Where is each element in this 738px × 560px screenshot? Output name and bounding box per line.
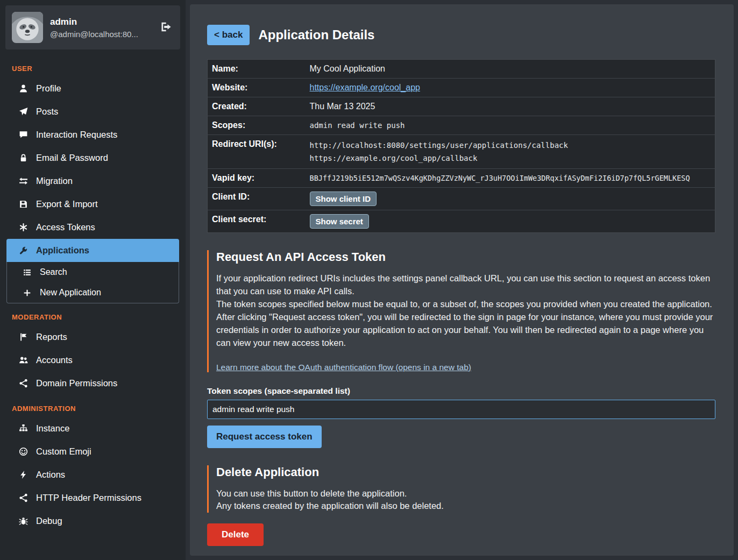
page-title: Application Details [258, 27, 374, 42]
delete-button[interactable]: Delete [207, 523, 264, 546]
sidebar-item-debug[interactable]: Debug [0, 509, 186, 533]
request-access-token-button[interactable]: Request access token [207, 426, 322, 448]
table-row-client-id: Client ID: Show client ID [208, 188, 715, 210]
sidebar-item-profile[interactable]: Profile [0, 77, 186, 100]
sidebar-item-label: Custom Emoji [36, 446, 91, 457]
sidebar-item-label: Applications [36, 245, 89, 256]
row-label: Client secret: [208, 210, 309, 233]
sidebar-item-label: Export & Import [36, 199, 98, 209]
row-label: Name: [208, 60, 309, 79]
token-scopes-form: Token scopes (space-separated list) Requ… [207, 386, 715, 448]
sidebar-item-label: Access Tokens [36, 222, 95, 232]
user-name: admin [50, 17, 138, 27]
logout-icon [160, 21, 172, 34]
share-nodes-icon [18, 493, 29, 502]
back-button[interactable]: < back [207, 25, 250, 45]
sidebar-item-label: Profile [36, 83, 61, 94]
sidebar-item-migration[interactable]: Migration [0, 169, 186, 193]
user-handle: @admin@localhost:80... [50, 30, 138, 39]
token-scopes-label: Token scopes (space-separated list) [207, 386, 715, 396]
sidebar-item-label: HTTP Header Permissions [36, 493, 141, 503]
oauth-docs-link[interactable]: Learn more about the OAuth authenticatio… [216, 363, 471, 372]
sidebar-item-instance[interactable]: Instance [0, 417, 186, 440]
floppy-disk-icon [18, 200, 29, 209]
bolt-icon [18, 470, 29, 479]
access-token-intro: Request An API Access Token If your appl… [207, 250, 715, 372]
sidebar-item-accounts[interactable]: Accounts [0, 349, 186, 372]
sidebar-item-applications[interactable]: Applications [6, 239, 179, 262]
sidebar-item-access-tokens[interactable]: Access Tokens [0, 216, 186, 239]
avatar [12, 12, 43, 43]
sidebar-item-domain-permissions[interactable]: Domain Permissions [0, 372, 186, 395]
sidebar-item-label: Migration [36, 176, 73, 186]
main-panel: < back Application Details Name: My Cool… [190, 4, 734, 556]
delete-line-2: Any tokens created by the application wi… [216, 500, 715, 513]
table-row-created: Created: Thu Mar 13 2025 [208, 97, 715, 116]
plus-icon [22, 288, 32, 297]
main-area: < back Application Details Name: My Cool… [186, 0, 738, 560]
row-label: Scopes: [208, 116, 309, 135]
delete-application-intro: Delete Application You can use this butt… [207, 465, 715, 513]
access-token-para-3: After clicking "Request access token", y… [216, 311, 715, 350]
list-icon [22, 268, 32, 277]
sidebar-item-posts[interactable]: Posts [0, 100, 186, 123]
delete-line-1: You can use this button to delete the ap… [216, 487, 715, 500]
sidebar-item-custom-emoji[interactable]: Custom Emoji [0, 440, 186, 463]
lock-icon [18, 153, 29, 162]
sidebar-item-export-import[interactable]: Export & Import [0, 193, 186, 216]
vapid-key-value: BBJffJ219b5iE512m7wQSzv4KgKDhgZZVzNyWC_r… [310, 174, 690, 182]
flag-icon [18, 332, 29, 342]
sidebar-item-interaction-requests[interactable]: Interaction Requests [0, 123, 186, 146]
page-header: < back Application Details [207, 25, 715, 45]
access-token-para-2: The token scopes specified below must be… [216, 298, 715, 311]
sidebar-item-search[interactable]: Search [7, 262, 179, 282]
scopes-value: admin read write push [310, 121, 405, 130]
sidebar-item-label: New Application [40, 288, 101, 297]
table-row-client-secret: Client secret: Show secret [208, 210, 715, 233]
delete-application-title: Delete Application [216, 465, 715, 479]
sidebar-item-email-password[interactable]: Email & Password [0, 146, 186, 169]
paper-plane-icon [18, 107, 29, 116]
sidebar: admin @admin@localhost:80... USER Profil… [0, 0, 186, 560]
sidebar-item-label: Domain Permissions [36, 378, 117, 388]
table-row-vapid-key: Vapid key: BBJffJ219b5iE512m7wQSzv4KgKDh… [208, 169, 715, 188]
token-scopes-input[interactable] [207, 400, 715, 419]
show-client-id-button[interactable]: Show client ID [310, 192, 377, 206]
asterisk-icon [18, 223, 29, 232]
smiley-icon [18, 447, 29, 456]
sidebar-item-label: Accounts [36, 355, 73, 365]
sidebar-item-new-application[interactable]: New Application [7, 282, 179, 303]
logout-button[interactable] [158, 19, 174, 37]
website-link[interactable]: https://example.org/cool_app [310, 83, 420, 92]
user-meta: admin @admin@localhost:80... [50, 17, 138, 39]
sidebar-item-http-header-permissions[interactable]: HTTP Header Permissions [0, 486, 186, 509]
sidebar-item-label: Debug [36, 516, 62, 526]
row-value: My Cool Application [309, 60, 715, 79]
sidebar-section-user: USER [0, 55, 186, 77]
row-label: Redirect URI(s): [208, 135, 309, 169]
table-row-name: Name: My Cool Application [208, 60, 715, 79]
row-label: Website: [208, 79, 309, 97]
sidebar-item-label: Email & Password [36, 153, 108, 163]
applications-submenu: Search New Application [6, 262, 179, 303]
sidebar-item-actions[interactable]: Actions [0, 463, 186, 486]
delete-application-section: Delete Application You can use this butt… [207, 465, 715, 547]
sidebar-item-label: Instance [36, 423, 69, 434]
user-card: admin @admin@localhost:80... [5, 5, 180, 49]
sidebar-item-label: Posts [36, 107, 58, 117]
sidebar-section-administration: ADMINISTRATION [0, 395, 186, 417]
row-label: Vapid key: [208, 169, 309, 188]
show-secret-button[interactable]: Show secret [310, 214, 369, 229]
sidebar-item-reports[interactable]: Reports [0, 325, 186, 349]
wrench-icon [18, 246, 29, 255]
redirect-uri-2: https://example.org/cool_app/callback [310, 152, 710, 165]
comment-icon [18, 130, 29, 139]
sitemap-icon [18, 424, 29, 433]
users-icon [18, 356, 29, 365]
sidebar-item-label: Search [40, 267, 67, 277]
transfer-arrows-icon [18, 176, 29, 186]
sidebar-item-label: Reports [36, 332, 67, 342]
table-row-redirect-uris: Redirect URI(s): http://localhost:8080/s… [208, 135, 715, 169]
row-label: Created: [208, 97, 309, 116]
sidebar-item-label: Actions [36, 470, 65, 480]
